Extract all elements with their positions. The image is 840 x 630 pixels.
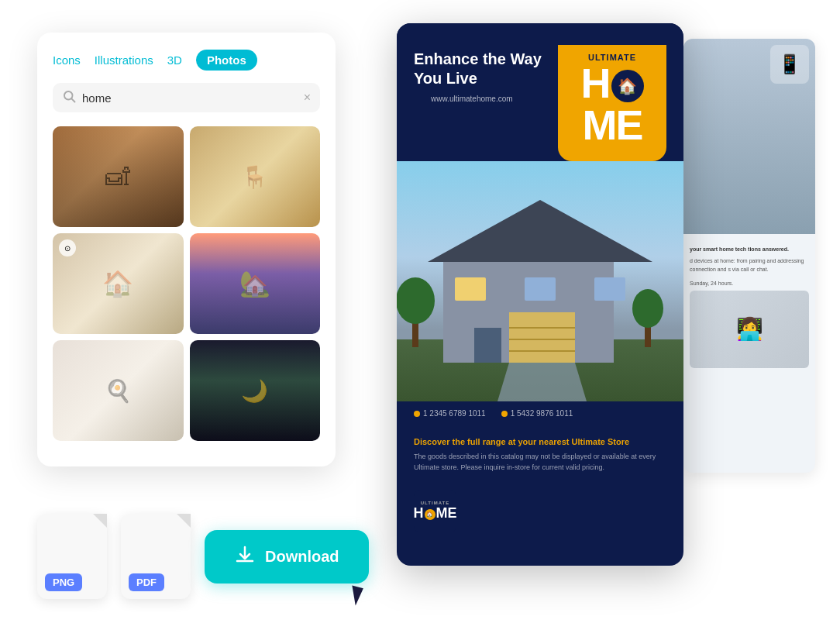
brand-me: ME bbox=[583, 104, 642, 146]
brochure-header: Enhance the Way You Live www.ultimatehom… bbox=[397, 23, 683, 161]
contact-dot-2 bbox=[501, 411, 508, 417]
brochure-promo-title: Discover the full range at your nearest … bbox=[414, 436, 666, 447]
svg-marker-18 bbox=[497, 363, 587, 401]
brochure-footer: ULTIMATE H 🏠 ME bbox=[397, 484, 683, 539]
brochure-back-page: 📱 your smart home tech tions answered. d… bbox=[683, 39, 815, 473]
svg-rect-12 bbox=[525, 277, 556, 301]
contact-dot-1 bbox=[414, 411, 420, 417]
download-icon bbox=[234, 544, 256, 570]
back-page-image: 👩‍💻 bbox=[690, 291, 809, 368]
photo-item-1[interactable] bbox=[53, 126, 184, 227]
pdf-file-icon[interactable]: PDF bbox=[121, 514, 191, 599]
footer-h: H bbox=[414, 505, 424, 522]
photo-item-6[interactable] bbox=[190, 340, 321, 441]
brochure-url: www.ultimatehome.com bbox=[414, 88, 550, 108]
pdf-badge: PDF bbox=[129, 573, 164, 591]
png-file-icon[interactable]: PNG bbox=[37, 514, 107, 599]
photo-item-4[interactable] bbox=[190, 233, 321, 334]
photo-grid: ⊙ bbox=[53, 126, 320, 441]
tab-3d[interactable]: 3D bbox=[167, 52, 182, 68]
brand-house-icon: 🏠 bbox=[618, 77, 637, 95]
footer-house-icon: 🏠 bbox=[426, 511, 433, 518]
download-button[interactable]: Download bbox=[205, 530, 369, 584]
svg-rect-11 bbox=[455, 277, 486, 301]
back-page-bottom: your smart home tech tions answered. d d… bbox=[683, 234, 815, 382]
footer-logo: ULTIMATE H 🏠 ME bbox=[414, 490, 456, 532]
svg-line-1 bbox=[71, 98, 74, 102]
smart-home-icon: 📱 bbox=[770, 45, 809, 84]
brochure-promo-text: The goods described in this catalog may … bbox=[414, 452, 666, 473]
back-page-top: 📱 bbox=[683, 39, 815, 234]
brand-home-row: H 🏠 bbox=[581, 62, 644, 104]
brand-logo-badge: ULTIMATE H 🏠 ME bbox=[558, 45, 666, 161]
search-input[interactable] bbox=[82, 91, 298, 105]
brochure-main-page: Enhance the Way You Live www.ultimatehom… bbox=[397, 23, 683, 566]
footer-circle: 🏠 bbox=[425, 509, 435, 520]
tab-bar: Icons Illustrations 3D Photos bbox=[53, 50, 320, 71]
back-page-text: your smart home tech tions answered. d d… bbox=[690, 242, 809, 291]
brochure-promo-section: Discover the full range at your nearest … bbox=[397, 425, 683, 484]
search-bar: × bbox=[53, 83, 320, 112]
brand-h: H bbox=[581, 62, 611, 104]
tab-icons[interactable]: Icons bbox=[53, 52, 81, 68]
svg-point-15 bbox=[397, 277, 435, 324]
brochure-headline: Enhance the Way You Live bbox=[414, 45, 550, 88]
footer-home-row: H 🏠 ME bbox=[414, 505, 457, 522]
tab-photos[interactable]: Photos bbox=[196, 50, 257, 71]
search-panel: Icons Illustrations 3D Photos × ⊙ bbox=[37, 33, 336, 466]
photo-item-5[interactable] bbox=[53, 340, 184, 441]
brochure-contact-bar: 1 2345 6789 1011 1 5432 9876 1011 bbox=[397, 401, 683, 425]
brochure-container: 📱 your smart home tech tions answered. d… bbox=[397, 23, 815, 597]
contact-phone-1: 1 2345 6789 1011 bbox=[414, 409, 486, 418]
brand-logo-circle: 🏠 bbox=[611, 70, 644, 102]
contact-phone-2: 1 5432 9876 1011 bbox=[501, 409, 573, 418]
svg-point-17 bbox=[632, 289, 663, 328]
main-container: Icons Illustrations 3D Photos × ⊙ bbox=[0, 0, 840, 630]
png-badge: PNG bbox=[45, 573, 82, 591]
cursor-arrow bbox=[347, 585, 363, 606]
photo-item-3[interactable]: ⊙ bbox=[53, 233, 184, 334]
search-icon bbox=[62, 89, 76, 106]
brochure-house-photo bbox=[397, 161, 683, 401]
footer-me: ME bbox=[436, 505, 457, 522]
photo-item-2[interactable] bbox=[190, 126, 321, 227]
tab-illustrations[interactable]: Illustrations bbox=[95, 52, 153, 68]
svg-rect-10 bbox=[474, 328, 501, 363]
bottom-actions: PNG PDF Download bbox=[37, 514, 369, 599]
photo-badge: ⊙ bbox=[59, 239, 76, 256]
clear-search-icon[interactable]: × bbox=[304, 91, 311, 105]
svg-rect-13 bbox=[594, 277, 625, 301]
download-label: Download bbox=[265, 548, 339, 566]
svg-rect-6 bbox=[509, 312, 575, 363]
